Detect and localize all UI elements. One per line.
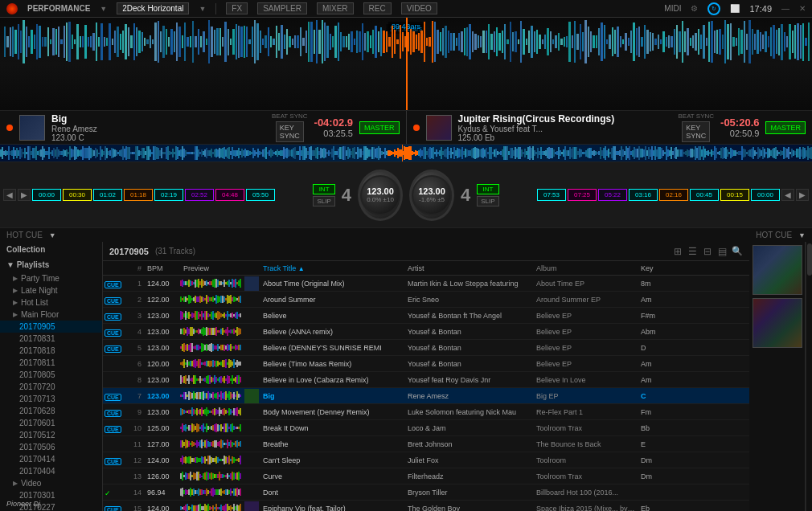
cue-badge[interactable]: CUE: [105, 297, 121, 305]
cue-point[interactable]: 02:16: [659, 189, 688, 201]
deck-right-sync[interactable]: MASTER: [765, 121, 806, 134]
track-row[interactable]: CUE3123.00BelieveYousef & Bontan ft The …: [103, 308, 749, 324]
col-header-artist[interactable]: Artist: [405, 264, 534, 272]
cue-badge[interactable]: CUE: [105, 313, 121, 321]
sidebar-item-20170512[interactable]: 20170512: [0, 429, 102, 441]
cue-point[interactable]: 01:02: [93, 189, 122, 201]
hot-cue-dropdown-right[interactable]: ▼: [798, 231, 806, 239]
track-row[interactable]: CUE9123.00Body Movement (Denney Remix)Lu…: [103, 404, 749, 420]
cue-point[interactable]: 00:00: [32, 189, 61, 201]
deck-left-sync[interactable]: MASTER: [359, 121, 400, 134]
fx-btn[interactable]: FX: [226, 2, 248, 14]
close-icon[interactable]: ✕: [799, 4, 806, 13]
track-row[interactable]: CUE5123.00Believe (DENNEY'S SUNRISE REMI…: [103, 340, 749, 356]
track-row[interactable]: CUE15124.00Epiphany Vip (feat. Tailor)Th…: [103, 501, 749, 511]
deck-left-prev[interactable]: ◀: [3, 189, 16, 201]
cue-point[interactable]: 07:25: [568, 189, 597, 201]
deck-right-next[interactable]: ▶: [796, 189, 809, 201]
waveform-strip-right[interactable]: [804, 145, 812, 161]
col-header-key[interactable]: Key: [638, 264, 662, 272]
sort-detail-icon[interactable]: ▤: [716, 245, 728, 258]
sidebar-item-20170628[interactable]: 20170628: [0, 405, 102, 417]
sort-list-icon[interactable]: ☰: [687, 245, 699, 258]
track-row[interactable]: 8123.00Believe in Love (Cabarza Remix)Yo…: [103, 372, 749, 388]
col-header-title[interactable]: Track Title ▲: [260, 264, 405, 272]
cue-badge[interactable]: CUE: [105, 410, 121, 417]
cue-point[interactable]: 00:00: [751, 189, 780, 201]
deck-left-next[interactable]: ▶: [18, 189, 31, 201]
sidebar-item-20170414[interactable]: 20170414: [0, 453, 102, 465]
cue-point[interactable]: 02:52: [185, 189, 214, 201]
cue-point[interactable]: 00:15: [720, 189, 749, 201]
sidebar-item-hot-list[interactable]: ▶ Hot List: [0, 296, 102, 309]
left-slip-btn[interactable]: SLIP: [313, 196, 334, 206]
cue-point[interactable]: 04:48: [215, 189, 244, 201]
track-row[interactable]: CUE4123.00Believe (ANNA remix)Yousef & B…: [103, 324, 749, 340]
sidebar-item-video[interactable]: ▶ Video: [0, 477, 102, 489]
track-table-wrapper[interactable]: CUE1124.00About Time (Original Mix)Marti…: [103, 276, 749, 511]
cue-point[interactable]: 00:45: [690, 189, 719, 201]
left-int-btn[interactable]: INT: [313, 184, 334, 194]
sidebar-playlists[interactable]: ▼ Playlists: [0, 257, 102, 272]
track-row[interactable]: CUE12124.00Can't SleepJuliet FoxToolroom…: [103, 452, 749, 468]
cue-badge[interactable]: CUE: [105, 426, 121, 433]
search-icon[interactable]: 🔍: [732, 246, 743, 256]
video-btn[interactable]: VIDEO: [401, 2, 437, 14]
sidebar-item-main-floor[interactable]: ▶ Main Floor: [0, 309, 102, 321]
track-row[interactable]: 13126.00CurveFilterheadzToolroom TraxDm: [103, 468, 749, 484]
sidebar-item-20170905[interactable]: 20170905: [0, 321, 102, 333]
waveform-strip[interactable]: [0, 144, 812, 161]
cue-point[interactable]: 07:53: [537, 189, 566, 201]
sidebar-item-20170805[interactable]: 20170805: [0, 369, 102, 381]
cue-point[interactable]: 05:50: [246, 189, 275, 201]
right-scrollbar[interactable]: [806, 242, 812, 511]
mixer-btn[interactable]: MIXER: [317, 2, 354, 14]
scroll-thumb[interactable]: [807, 243, 812, 276]
sidebar-item-20170404[interactable]: 20170404: [0, 465, 102, 477]
waveform-strip-left[interactable]: [0, 145, 804, 161]
track-row[interactable]: CUE10125.00Break It DownLoco & JamToolro…: [103, 420, 749, 436]
sort-col-icon[interactable]: ⊟: [702, 245, 713, 258]
sidebar-item-20170818[interactable]: 20170818: [0, 345, 102, 357]
track-row[interactable]: ✓1496.94DontBryson TillerBillboard Hot 1…: [103, 484, 749, 501]
track-row[interactable]: 6120.00Believe (Timo Maas Remix)Yousef &…: [103, 356, 749, 372]
sidebar-item-20170506[interactable]: 20170506: [0, 441, 102, 453]
sidebar-item-20170720[interactable]: 20170720: [0, 381, 102, 393]
cue-badge[interactable]: CUE: [105, 458, 121, 465]
minimize-icon[interactable]: —: [781, 4, 789, 13]
sort-grid-icon[interactable]: ⊞: [672, 245, 683, 258]
sidebar-item-20170831[interactable]: 20170831: [0, 333, 102, 345]
sidebar-item-late-night[interactable]: ▶ Late Night: [0, 284, 102, 296]
cue-badge[interactable]: CUE: [105, 345, 121, 353]
settings-icon[interactable]: ⚙: [691, 4, 698, 13]
waveform-area[interactable]: 105.4Bars 89.4Bars: [0, 18, 812, 110]
cue-point[interactable]: 05:22: [598, 189, 627, 201]
sidebar-item-20170811[interactable]: 20170811: [0, 357, 102, 369]
sidebar-item-20170601[interactable]: 20170601: [0, 417, 102, 429]
sampler-btn[interactable]: SAMPLER: [257, 2, 307, 14]
sidebar-collection[interactable]: Collection: [0, 242, 102, 257]
deck-right-prev[interactable]: ◀: [781, 189, 794, 201]
track-row[interactable]: CUE7123.00BigRene AmeszBig EPC: [103, 388, 749, 404]
cue-point[interactable]: 01:18: [124, 189, 153, 201]
col-header-bpm[interactable]: BPM: [145, 264, 180, 272]
expand-icon[interactable]: ⬜: [730, 4, 740, 13]
cue-point[interactable]: 02:19: [154, 189, 183, 201]
sidebar-item-20170713[interactable]: 20170713: [0, 393, 102, 405]
cue-point[interactable]: 03:16: [629, 189, 658, 201]
col-header-album[interactable]: Album: [534, 264, 638, 272]
rec-btn[interactable]: REC: [363, 2, 392, 14]
track-row[interactable]: CUE1124.00About Time (Original Mix)Marti…: [103, 276, 749, 292]
left-tempo-knob[interactable]: 123.00 0.0% ±10: [358, 170, 403, 221]
cue-point[interactable]: 00:30: [63, 189, 92, 201]
right-tempo-knob[interactable]: 123.00 -1.6% ±5: [409, 170, 454, 221]
cue-badge[interactable]: CUE: [105, 394, 121, 401]
track-row[interactable]: CUE2122.00Around SummerEric SneoAround S…: [103, 292, 749, 308]
cue-badge[interactable]: CUE: [105, 329, 121, 337]
cue-badge[interactable]: CUE: [105, 281, 121, 288]
midi-label[interactable]: MIDI: [664, 4, 681, 13]
track-row[interactable]: 11127.00BreatheBrett JohnsonThe Bounce I…: [103, 436, 749, 452]
sidebar-item-party-time[interactable]: ▶ Party Time: [0, 272, 102, 284]
cue-badge[interactable]: CUE: [105, 506, 121, 512]
hot-cue-dropdown-left[interactable]: ▼: [49, 231, 56, 239]
